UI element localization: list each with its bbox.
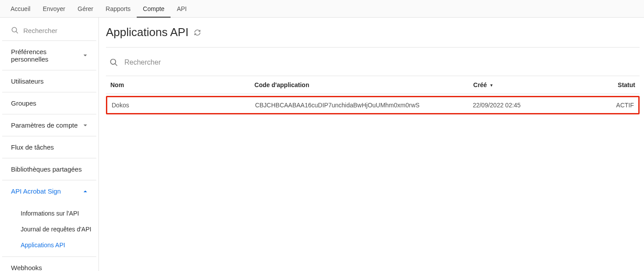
chevron-down-icon xyxy=(83,53,87,58)
top-nav: Accueil Envoyer Gérer Rapports Compte AP… xyxy=(0,0,644,18)
sidebar-item-users[interactable]: Utilisateurs xyxy=(2,70,96,92)
sidebar-item-label: Groupes xyxy=(11,99,36,107)
sidebar-item-label: Bibliothèques partagées xyxy=(11,165,82,173)
nav-envoyer[interactable]: Envoyer xyxy=(36,0,71,18)
chevron-up-icon xyxy=(83,189,87,194)
main-content: Applications API Nom Code d'application xyxy=(99,18,644,271)
sidebar: Rechercher Préférences personnelles Util… xyxy=(0,18,99,271)
sidebar-item-shared-libraries[interactable]: Bibliothèques partagées xyxy=(2,158,96,180)
sidebar-search-placeholder: Rechercher xyxy=(23,27,58,34)
column-header-status[interactable]: Statut xyxy=(613,76,640,94)
sidebar-item-api-acrobat-sign[interactable]: API Acrobat Sign xyxy=(2,180,96,202)
page-title: Applications API xyxy=(106,26,189,39)
column-header-created-label: Créé xyxy=(473,81,487,88)
sort-desc-icon: ▼ xyxy=(490,83,494,88)
search-icon xyxy=(109,58,118,67)
column-header-name[interactable]: Nom xyxy=(106,76,250,94)
cell-code: CBJCHBCAABAA16cuDIP7unchidaBwHjOuUMhm0xm… xyxy=(251,97,468,113)
nav-gerer[interactable]: Gérer xyxy=(72,0,100,18)
sidebar-item-label: Utilisateurs xyxy=(11,77,44,85)
refresh-icon[interactable] xyxy=(194,29,201,36)
sidebar-subitem-api-log[interactable]: Journal de requêtes d'API xyxy=(2,221,96,237)
main-search[interactable] xyxy=(106,55,640,76)
sidebar-item-account-settings[interactable]: Paramètres de compte xyxy=(2,114,96,136)
chevron-down-icon xyxy=(83,123,87,128)
sidebar-item-label: Paramètres de compte xyxy=(11,121,78,129)
sidebar-subitems: Informations sur l'API Journal de requêt… xyxy=(2,202,96,257)
cell-created: 22/09/2022 02:45 xyxy=(468,97,611,113)
cell-status: ACTIF xyxy=(612,97,638,113)
sidebar-item-label: Préférences personnelles xyxy=(11,48,83,63)
sidebar-item-groups[interactable]: Groupes xyxy=(2,92,96,114)
page-header: Applications API xyxy=(106,26,640,48)
nav-api[interactable]: API xyxy=(171,0,193,18)
search-input[interactable] xyxy=(124,59,256,66)
nav-rapports[interactable]: Rapports xyxy=(99,0,137,18)
sidebar-search[interactable]: Rechercher xyxy=(2,22,96,41)
svg-line-1 xyxy=(16,31,18,33)
search-icon xyxy=(11,26,19,34)
table-row[interactable]: Dokos CBJCHBCAABAA16cuDIP7unchidaBwHjOuU… xyxy=(107,97,638,113)
column-header-created[interactable]: Créé ▼ xyxy=(469,76,613,94)
cell-name: Dokos xyxy=(107,97,251,113)
nav-compte[interactable]: Compte xyxy=(137,0,171,18)
applications-table: Nom Code d'application Créé ▼ Statut xyxy=(106,76,640,94)
sidebar-subitem-api-applications[interactable]: Applications API xyxy=(2,237,96,253)
sidebar-item-preferences[interactable]: Préférences personnelles xyxy=(2,41,96,70)
svg-point-2 xyxy=(111,59,116,65)
svg-point-0 xyxy=(12,27,17,32)
column-header-code[interactable]: Code d'application xyxy=(250,76,469,94)
sidebar-item-label: Flux de tâches xyxy=(11,143,54,151)
sidebar-item-label: API Acrobat Sign xyxy=(11,187,61,195)
sidebar-subitem-api-info[interactable]: Informations sur l'API xyxy=(2,205,96,221)
sidebar-item-webhooks[interactable]: Webhooks xyxy=(2,257,96,271)
highlighted-row-annotation: Dokos CBJCHBCAABAA16cuDIP7unchidaBwHjOuU… xyxy=(106,96,640,114)
sidebar-item-label: Webhooks xyxy=(11,264,42,271)
nav-accueil[interactable]: Accueil xyxy=(4,0,36,18)
svg-line-3 xyxy=(115,64,117,66)
sidebar-item-workflows[interactable]: Flux de tâches xyxy=(2,136,96,158)
